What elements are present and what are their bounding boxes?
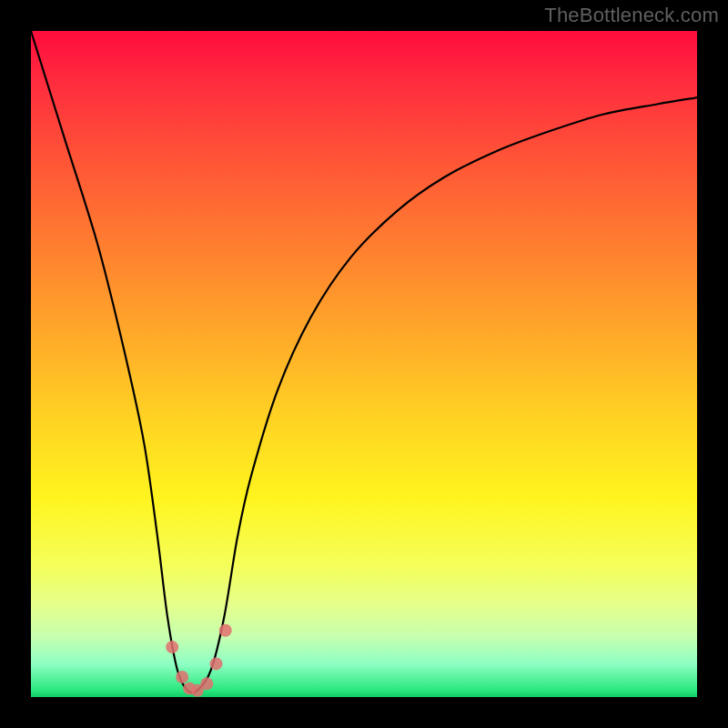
chart-svg — [31, 31, 697, 697]
curve-marker — [210, 657, 223, 670]
gradient-plot-area — [31, 31, 697, 697]
watermark-label: TheBottleneck.com — [544, 4, 719, 27]
bottleneck-curve — [31, 31, 697, 693]
chart-frame: TheBottleneck.com — [0, 0, 728, 728]
curve-marker — [200, 677, 213, 690]
curve-marker — [166, 641, 178, 653]
curve-marker — [219, 624, 232, 637]
curve-marker — [176, 671, 188, 683]
